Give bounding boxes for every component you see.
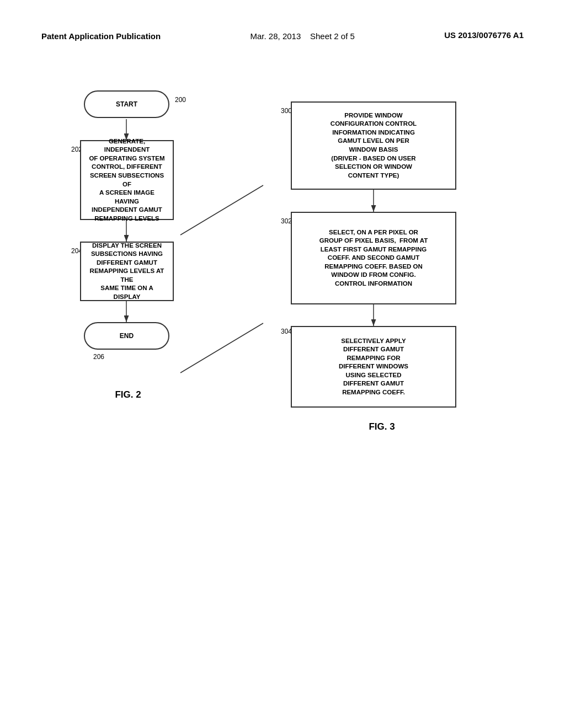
start-node: START: [84, 90, 169, 118]
svg-line-6: [180, 185, 263, 235]
fig2-label: FIG. 2: [95, 389, 161, 400]
svg-line-7: [180, 323, 263, 373]
box202: GENERATE, INDEPENDENTOF OPERATING SYSTEM…: [80, 140, 174, 220]
box204: DISPLAY THE SCREENSUBSECTIONS HAVINGDIFF…: [80, 242, 174, 301]
diagram-area: START 200 202 GENERATE, INDEPENDENTOF OP…: [42, 75, 523, 599]
header-center: Mar. 28, 2013 Sheet 2 of 5: [250, 30, 355, 42]
page: Patent Application Publication Mar. 28, …: [0, 0, 565, 728]
fig3-label: FIG. 3: [349, 421, 415, 432]
end-node: END: [84, 322, 169, 350]
header: Patent Application Publication Mar. 28, …: [0, 0, 565, 42]
header-right: US 2013/0076776 A1: [444, 30, 524, 40]
start-label: 200: [175, 96, 186, 104]
header-left: Patent Application Publication: [41, 30, 161, 42]
end-label: 206: [93, 353, 104, 361]
box300: PROVIDE WINDOWCONFIGURATION CONTROLINFOR…: [291, 101, 456, 190]
box302: SELECT, ON A PER PIXEL ORGROUP OF PIXEL …: [291, 212, 456, 304]
box304: SELECTIVELY APPLYDIFFERENT GAMUTREMAPPIN…: [291, 326, 456, 408]
